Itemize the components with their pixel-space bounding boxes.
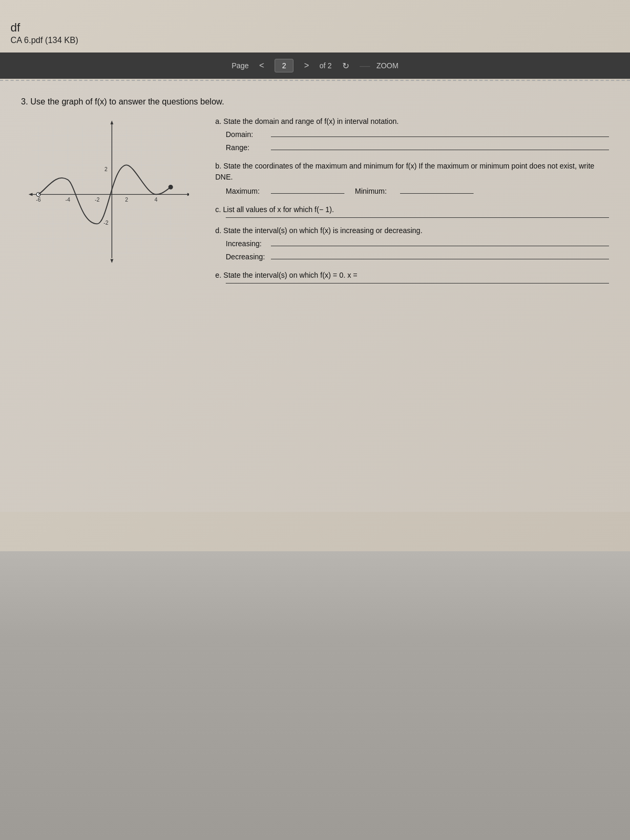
decreasing-answer-line: [271, 259, 609, 259]
page-number-input[interactable]: [275, 59, 293, 72]
range-answer-line: [271, 150, 609, 150]
laptop-keyboard-area: MacBook Air 🎤 F5 ☾ F6 ⏮ F7 ⏯ F8 ⏭ F9: [0, 551, 630, 840]
question-header: 3. Use the graph of f(x) to answer the q…: [21, 97, 609, 107]
part-e-answer-row: [215, 283, 609, 284]
part-a-text: State the domain and range of f(x) in in…: [224, 117, 399, 125]
pdf-title: df: [10, 21, 20, 35]
questions-panel: a. State the domain and range of f(x) in…: [215, 116, 609, 501]
question-main-text: Use the graph of f(x) to answer the ques…: [30, 97, 224, 106]
increasing-label: Increasing:: [226, 238, 268, 249]
next-page-button[interactable]: >: [300, 59, 313, 72]
svg-point-34: [169, 185, 172, 189]
part-e-text: State the interval(s) on which f(x) = 0.…: [224, 271, 358, 279]
maximum-answer-line: [271, 193, 344, 194]
question-part-e: e. State the interval(s) on which f(x) =…: [215, 270, 609, 284]
part-c-answer-row: [215, 217, 609, 218]
refresh-button[interactable]: ↻: [338, 59, 353, 73]
toolbar-separator: —: [360, 60, 370, 72]
part-c-label: c.: [215, 205, 221, 214]
part-c-answer-line: [226, 217, 609, 218]
svg-text:-2: -2: [95, 197, 100, 203]
range-label: Range:: [226, 142, 268, 153]
domain-row: Domain:: [215, 129, 609, 140]
part-b-label: b.: [215, 162, 222, 170]
question-part-b: b. State the coordinates of the maximum …: [215, 161, 609, 197]
page-label: Page: [232, 61, 249, 70]
dashed-separator: [0, 80, 630, 81]
max-min-row: Maximum: Minimum:: [215, 186, 609, 197]
part-c-text: List all values of x for which f(− 1).: [223, 205, 334, 214]
part-e-label: e.: [215, 271, 222, 279]
svg-text:-6: -6: [36, 197, 41, 203]
minimum-label: Minimum:: [355, 186, 397, 197]
question-part-d: d. State the interval(s) on which f(x) i…: [215, 225, 609, 262]
part-e-answer-line: [226, 283, 609, 284]
decreasing-row: Decreasing:: [215, 251, 609, 262]
increasing-answer-line: [271, 246, 609, 246]
svg-marker-23: [187, 193, 189, 196]
screen-area: df CA 6.pdf (134 KB) Page < > of 2 ↻ — Z…: [0, 0, 630, 551]
domain-answer-line: [271, 136, 609, 137]
question-part-a: a. State the domain and range of f(x) in…: [215, 116, 609, 153]
maximum-item: Maximum:: [226, 186, 344, 197]
part-a-label: a.: [215, 117, 222, 125]
svg-marker-22: [28, 193, 32, 196]
svg-text:4: 4: [154, 197, 158, 203]
increasing-row: Increasing:: [215, 238, 609, 249]
function-graph: -6 -4 -2 2 4 2 -2: [21, 116, 189, 263]
part-b-text: State the coordinates of the maximum and…: [215, 162, 594, 181]
minimum-answer-line: [400, 193, 474, 194]
graph-container: -6 -4 -2 2 4 2 -2: [21, 116, 200, 501]
prev-page-button[interactable]: <: [255, 59, 268, 72]
domain-label: Domain:: [226, 129, 268, 140]
pdf-filename: CA 6.pdf (134 KB): [10, 36, 78, 45]
question-part-c: c. List all values of x for which f(− 1)…: [215, 204, 609, 218]
range-row: Range:: [215, 142, 609, 153]
maximum-label: Maximum:: [226, 186, 268, 197]
part-d-label: d.: [215, 226, 222, 235]
pdf-toolbar: Page < > of 2 ↻ — ZOOM: [0, 52, 630, 79]
svg-text:-4: -4: [66, 197, 70, 203]
pdf-content: 3. Use the graph of f(x) to answer the q…: [0, 81, 630, 512]
svg-text:2: 2: [125, 197, 128, 203]
svg-text:2: 2: [104, 166, 108, 172]
decreasing-label: Decreasing:: [226, 251, 268, 262]
svg-marker-25: [110, 259, 113, 263]
minimum-item: Minimum:: [355, 186, 474, 197]
zoom-label: ZOOM: [376, 61, 398, 70]
page-total-text: of 2: [320, 61, 332, 70]
part-d-text: State the interval(s) on which f(x) is i…: [224, 226, 423, 235]
svg-marker-24: [110, 120, 113, 124]
question-number: 3.: [21, 97, 28, 106]
svg-text:-2: -2: [103, 220, 108, 226]
